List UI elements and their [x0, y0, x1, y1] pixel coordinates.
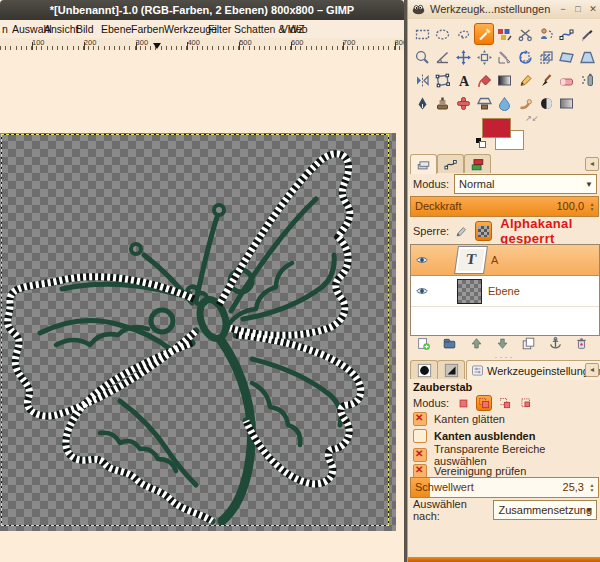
ruler-label: 200	[84, 38, 97, 47]
gimp-screen: *[Unbenannt]-1.0 (RGB-Farben, 2 Ebenen) …	[0, 0, 600, 562]
transparent-canvas[interactable]	[0, 133, 396, 531]
checkbox[interactable]	[413, 464, 427, 478]
layers-tab[interactable]	[410, 154, 437, 174]
paths-tab[interactable]	[437, 154, 464, 173]
mode-subtract-button[interactable]	[497, 395, 513, 411]
tool-perspective-clone-icon[interactable]	[474, 92, 494, 114]
tool-eraser-icon[interactable]	[557, 69, 577, 91]
selection-mode-label: Modus:	[413, 397, 449, 409]
raise-layer-button[interactable]	[469, 336, 487, 352]
tool-text-icon[interactable]: A	[453, 69, 473, 91]
tool-cage-transform-icon[interactable]	[433, 69, 453, 91]
delete-layer-button[interactable]	[574, 336, 592, 352]
tool-measure-icon[interactable]	[433, 46, 453, 68]
foreground-color-swatch[interactable]	[482, 118, 511, 138]
mode-add-button[interactable]	[476, 395, 492, 411]
opacity-slider[interactable]: Deckkraft 100,0 ▲▼	[410, 196, 599, 217]
lock-alpha-toggle[interactable]	[475, 221, 492, 241]
layers-dialog-buttons	[410, 336, 598, 353]
lower-layer-button[interactable]	[495, 336, 513, 352]
horizontal-ruler[interactable]: 100200300400500600700800	[0, 38, 404, 50]
menu-item-ansicht[interactable]: Ansicht	[44, 20, 78, 38]
tool-heal-icon[interactable]	[453, 92, 473, 114]
tool-airbrush-icon[interactable]	[578, 69, 598, 91]
tool-foreground-select-icon[interactable]	[536, 23, 556, 45]
checkbox-row: Vereinigung prüfen	[413, 463, 526, 478]
tool-flip-icon[interactable]	[412, 69, 432, 91]
visibility-eye-icon[interactable]	[415, 253, 429, 267]
ruler-label: 300	[136, 38, 149, 47]
anchor-layer-button[interactable]	[548, 336, 566, 352]
tab-tool-options[interactable]: Werkzeugeinstellungen	[466, 360, 600, 380]
dock-titlebar[interactable]: Werkzeugk...nstellungen − □ ✕	[408, 0, 600, 19]
tool-gradient-icon[interactable]	[495, 69, 515, 91]
tool-clone-icon[interactable]	[433, 92, 453, 114]
tool-paths-icon[interactable]	[557, 23, 577, 45]
new-group-button[interactable]	[442, 336, 460, 352]
opacity-spinner[interactable]: ▲▼	[587, 197, 597, 216]
dock-title: Werkzeugk...nstellungen	[430, 0, 550, 19]
threshold-spinner[interactable]: ▲▼	[587, 478, 597, 497]
tool-blur-sharpen-icon[interactable]	[495, 92, 515, 114]
tool-crop-icon[interactable]	[495, 46, 515, 68]
menu-item-filter[interactable]: Filter	[208, 20, 231, 38]
menu-item-n[interactable]: n	[2, 20, 8, 38]
patterns-tab[interactable]	[437, 360, 465, 379]
lock-pixels-icon[interactable]	[454, 224, 469, 239]
checkbox[interactable]	[413, 448, 427, 462]
tool-paintbrush-icon[interactable]	[536, 69, 556, 91]
visibility-eye-icon[interactable]	[415, 284, 429, 298]
threshold-value: 25,3	[563, 478, 584, 497]
new-layer-button[interactable]	[416, 336, 434, 352]
minimize-button[interactable]: −	[557, 3, 569, 16]
threshold-slider[interactable]: Schwellwert 25,3 ▲▼	[410, 477, 599, 498]
tool-pencil-icon[interactable]	[515, 69, 535, 91]
tool-rotate-icon[interactable]	[515, 46, 535, 68]
layer-row[interactable]: TA	[411, 245, 599, 276]
layer-row[interactable]: Ebene	[411, 276, 599, 307]
tool-perspective-icon[interactable]	[578, 46, 598, 68]
close-button[interactable]: ✕	[587, 3, 599, 16]
canvas-area[interactable]	[0, 50, 404, 562]
tool-move-icon[interactable]	[453, 46, 473, 68]
images-tab[interactable]	[464, 154, 491, 173]
window-titlebar[interactable]: *[Unbenannt]-1.0 (RGB-Farben, 2 Ebenen) …	[0, 0, 404, 20]
tool-zoom-icon[interactable]	[412, 46, 432, 68]
tool-dodge-burn-icon[interactable]	[536, 92, 556, 114]
layer-name[interactable]: A	[491, 254, 498, 266]
swap-colors-icon[interactable]: ↗↙	[525, 114, 538, 123]
layer-mode-value: Normal	[459, 178, 494, 190]
tool-shear-icon[interactable]	[557, 46, 577, 68]
menu-item-ebene[interactable]: Ebene	[101, 20, 131, 38]
mode-replace-button[interactable]	[455, 395, 471, 411]
tool-free-select-icon[interactable]	[453, 23, 473, 45]
tool-bucket-fill-icon[interactable]	[474, 69, 494, 91]
maximize-button[interactable]: □	[572, 3, 584, 16]
brushes-tab[interactable]	[410, 360, 438, 379]
tool-select-by-color-icon[interactable]	[495, 23, 515, 45]
duplicate-layer-button[interactable]	[521, 336, 539, 352]
tool-options-tab-menu-button[interactable]: ◂	[585, 363, 599, 377]
tool-color-picker-icon[interactable]	[578, 23, 598, 45]
select-by-combo[interactable]: Zusammensetzung ▼	[493, 500, 597, 520]
tool-ink-icon[interactable]	[412, 92, 432, 114]
tool-scale-icon[interactable]	[536, 46, 556, 68]
layer-mode-combo[interactable]: Normal ▼	[454, 174, 597, 194]
checkbox[interactable]	[413, 429, 427, 443]
alpha-checker-icon	[478, 226, 489, 237]
menu-item-video[interactable]: Video	[281, 20, 308, 38]
tool-smudge-icon[interactable]	[515, 92, 535, 114]
reset-colors-icon[interactable]	[476, 138, 486, 148]
layers-tab-menu-button[interactable]: ◂	[585, 157, 599, 171]
tool-rect-select-icon[interactable]	[412, 23, 432, 45]
menu-item-farben[interactable]: Farben	[131, 20, 164, 38]
layer-name[interactable]: Ebene	[488, 285, 520, 297]
tool-fuzzy-select-icon[interactable]	[474, 23, 494, 45]
checkbox[interactable]	[413, 412, 427, 426]
tool-scissors-select-icon[interactable]	[515, 23, 535, 45]
tool-ellipse-select-icon[interactable]	[433, 23, 453, 45]
mode-intersect-button[interactable]	[518, 395, 534, 411]
tool-align-icon[interactable]	[474, 46, 494, 68]
menu-item-bild[interactable]: Bild	[76, 20, 94, 38]
tool-desaturate-icon[interactable]	[557, 92, 577, 114]
